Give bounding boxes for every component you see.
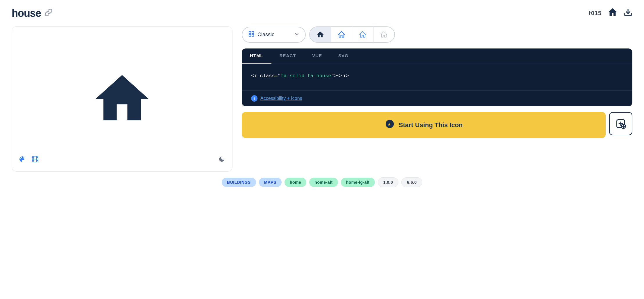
start-using-label: Start Using This Icon bbox=[399, 121, 463, 129]
variant-light-btn[interactable] bbox=[352, 27, 373, 42]
tag-item[interactable]: home bbox=[285, 178, 306, 187]
header-left: house bbox=[12, 7, 53, 19]
film-icon[interactable] bbox=[32, 156, 39, 164]
style-selector-row: Classic bbox=[242, 26, 632, 43]
page-title: house bbox=[12, 7, 41, 19]
tag-item[interactable]: home-lg-alt bbox=[341, 178, 375, 187]
header-right: f015 bbox=[589, 7, 632, 19]
main-content: Classic bbox=[12, 26, 632, 172]
header-house-icon bbox=[607, 7, 618, 19]
rocket-icon bbox=[385, 119, 395, 131]
icon-variants bbox=[309, 26, 395, 43]
info-icon: i bbox=[251, 95, 257, 102]
code-panel: HTML REACT VUE SVG <i class="fa-solid fa… bbox=[242, 48, 632, 106]
tab-html[interactable]: HTML bbox=[242, 48, 271, 64]
tag-item[interactable]: home-alt bbox=[309, 178, 338, 187]
accessibility-row: i Accessibility + Icons bbox=[242, 91, 632, 106]
icon-code-label: f015 bbox=[589, 10, 602, 17]
style-dropdown-icon bbox=[248, 31, 255, 39]
panel-bottom-left bbox=[19, 156, 39, 164]
svg-rect-12 bbox=[249, 34, 251, 36]
accessibility-link[interactable]: Accessibility + Icons bbox=[260, 96, 302, 101]
tags-row: BUILDINGSMAPShomehome-althome-lg-alt1.0.… bbox=[12, 177, 632, 187]
palette-icon[interactable] bbox=[19, 156, 26, 164]
add-to-kit-button[interactable] bbox=[609, 112, 632, 135]
code-tag-open: <i class=" bbox=[251, 73, 281, 79]
tag-item[interactable]: 6.6.0 bbox=[401, 177, 422, 187]
link-icon[interactable] bbox=[44, 8, 53, 18]
tag-item[interactable]: 1.0.0 bbox=[378, 177, 399, 187]
variant-thin-btn[interactable] bbox=[373, 27, 394, 42]
start-using-button[interactable]: Start Using This Icon bbox=[242, 112, 606, 138]
header: house f015 bbox=[12, 7, 632, 19]
code-tag-close: "></i> bbox=[331, 73, 349, 79]
chevron-down-icon bbox=[294, 32, 299, 38]
large-icon-display bbox=[90, 67, 154, 131]
icon-preview-panel bbox=[12, 26, 232, 172]
cta-row: Start Using This Icon bbox=[242, 112, 632, 138]
tag-item[interactable]: MAPS bbox=[259, 178, 282, 187]
tab-react[interactable]: REACT bbox=[271, 48, 304, 64]
code-content: <i class="fa-solid fa-house"></i> bbox=[242, 64, 632, 88]
style-dropdown[interactable]: Classic bbox=[242, 27, 306, 43]
tab-svg[interactable]: SVG bbox=[330, 48, 357, 64]
moon-icon[interactable] bbox=[218, 156, 225, 164]
variant-solid-btn[interactable] bbox=[310, 27, 331, 42]
download-icon[interactable] bbox=[624, 8, 632, 19]
svg-rect-10 bbox=[252, 31, 254, 33]
code-class-value: fa-solid fa-house bbox=[281, 73, 331, 79]
svg-rect-9 bbox=[249, 31, 251, 33]
right-panel: Classic bbox=[242, 26, 632, 138]
style-dropdown-label: Classic bbox=[257, 32, 291, 38]
svg-rect-11 bbox=[252, 34, 254, 36]
code-tabs: HTML REACT VUE SVG bbox=[242, 48, 632, 64]
tab-vue[interactable]: VUE bbox=[304, 48, 330, 64]
panel-bottom-icons bbox=[12, 156, 232, 164]
tag-item[interactable]: BUILDINGS bbox=[222, 178, 256, 187]
variant-regular-btn[interactable] bbox=[331, 27, 352, 42]
